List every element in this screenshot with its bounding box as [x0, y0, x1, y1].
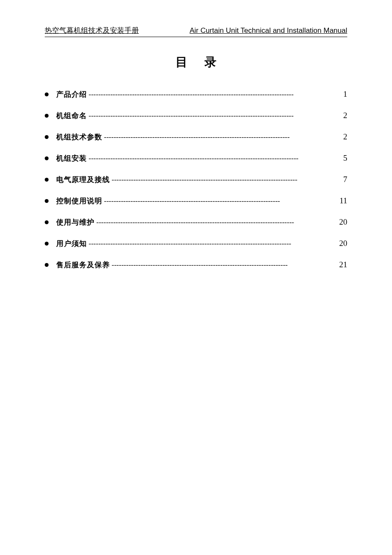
toc-leader-dots: ----------------------------------------…	[89, 112, 336, 120]
toc-leader-dots: ----------------------------------------…	[112, 176, 336, 184]
toc-leader-dots: ----------------------------------------…	[104, 133, 336, 142]
bullet-icon	[45, 242, 49, 246]
bullet-icon	[45, 114, 49, 118]
header-right-title: Air Curtain Unit Technical and Installat…	[190, 26, 347, 35]
toc-entry: 使用与维护 ----------------------------------…	[45, 217, 347, 227]
toc-label: 使用与维护	[56, 217, 95, 227]
toc-entry: 电气原理及接线 --------------------------------…	[45, 175, 347, 185]
page-header: 热空气幕机组技术及安装手册 Air Curtain Unit Technical…	[45, 26, 347, 37]
table-of-contents: 产品介绍 -----------------------------------…	[45, 90, 347, 270]
bullet-icon	[45, 220, 49, 224]
toc-page-number: 11	[338, 196, 347, 205]
toc-page-number: 1	[338, 90, 347, 99]
toc-entry: 机组安装 -----------------------------------…	[45, 153, 347, 163]
bullet-icon	[45, 92, 49, 96]
toc-label: 产品介绍	[56, 90, 87, 99]
toc-leader-dots: ----------------------------------------…	[89, 240, 336, 248]
toc-entry: 机组命名 -----------------------------------…	[45, 111, 347, 121]
toc-entry: 用户须知 -----------------------------------…	[45, 239, 347, 249]
bullet-icon	[45, 135, 49, 139]
toc-label: 控制使用说明	[56, 196, 102, 206]
toc-page-number: 20	[338, 217, 347, 227]
toc-leader-dots: ----------------------------------------…	[104, 197, 336, 205]
bullet-icon	[45, 156, 49, 160]
toc-title: 目录	[45, 54, 347, 70]
toc-page-number: 21	[338, 260, 347, 269]
bullet-icon	[45, 263, 49, 267]
bullet-icon	[45, 199, 49, 203]
toc-entry: 控制使用说明 ---------------------------------…	[45, 196, 347, 206]
toc-label: 机组技术参数	[56, 132, 102, 142]
toc-page-number: 2	[338, 111, 347, 120]
toc-leader-dots: ----------------------------------------…	[89, 90, 336, 99]
toc-label: 售后服务及保养	[56, 260, 110, 270]
toc-page-number: 20	[338, 239, 347, 248]
toc-page-number: 7	[338, 175, 347, 184]
toc-leader-dots: ----------------------------------------…	[89, 154, 336, 163]
bullet-icon	[45, 178, 49, 182]
toc-leader-dots: ----------------------------------------…	[112, 261, 336, 269]
toc-label: 用户须知	[56, 239, 87, 249]
toc-entry: 售后服务及保养 --------------------------------…	[45, 260, 347, 270]
toc-label: 机组安装	[56, 153, 87, 163]
toc-entry: 产品介绍 -----------------------------------…	[45, 90, 347, 99]
toc-entry: 机组技术参数 ---------------------------------…	[45, 132, 347, 142]
toc-label: 电气原理及接线	[56, 175, 110, 185]
toc-leader-dots: ----------------------------------------…	[96, 218, 336, 227]
toc-page-number: 5	[338, 153, 347, 163]
header-left-title: 热空气幕机组技术及安装手册	[45, 26, 139, 35]
toc-label: 机组命名	[56, 111, 87, 121]
toc-page-number: 2	[338, 132, 347, 142]
